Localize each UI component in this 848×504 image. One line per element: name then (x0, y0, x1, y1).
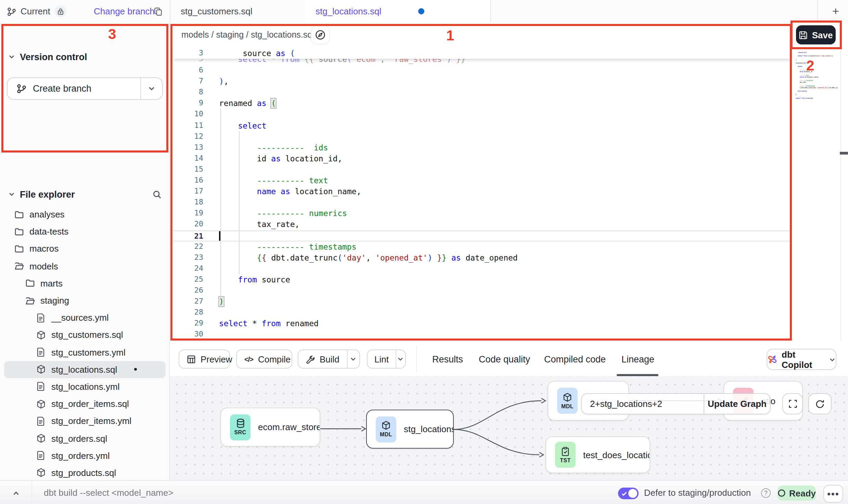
code-line-22[interactable]: 22 ---------- timestamps (173, 241, 792, 252)
file-tree-item-marts[interactable]: marts (0, 275, 170, 292)
file-tree-item-stg_products.sql[interactable]: stg_products.sql (0, 464, 170, 481)
file-name: __sources.yml (51, 313, 109, 323)
code-line-5[interactable]: 5 select * from {{ source('ecom', 'raw_s… (173, 59, 792, 65)
minimap[interactable]: 1with23 source as (45 select * from {{ s… (795, 48, 838, 116)
code-line-18[interactable]: 18 (173, 197, 792, 208)
file-name: stg_orders.yml (51, 450, 110, 461)
code-line-7[interactable]: 7), (173, 76, 792, 87)
compass-icon[interactable] (311, 26, 329, 44)
file-tree-item-macros[interactable]: macros (0, 240, 170, 257)
lineage-node-label: ecom.raw_stores (258, 422, 320, 432)
code-line-25[interactable]: 25 from source (173, 274, 792, 285)
panel-tab-Results[interactable]: Results (432, 349, 463, 369)
more-options-button[interactable]: ••• (823, 485, 843, 503)
file-tree-item-stg_locations.sql[interactable]: stg_locations.sql (4, 361, 166, 378)
chevron-up-icon[interactable] (7, 487, 25, 499)
save-button[interactable]: Save (796, 25, 836, 44)
file-tree-item-models[interactable]: models (0, 257, 170, 275)
code-line-23[interactable]: 23 {{ dbt.date_trunc('day', 'opened_at')… (173, 252, 792, 263)
file-tree-item-stg_customers.yml[interactable]: stg_customers.yml (0, 344, 170, 361)
clipboard-badge-icon: TST (555, 442, 576, 468)
code-line-16[interactable]: 16 ---------- text (173, 175, 792, 186)
panel-tab-Compiled code[interactable]: Compiled code (544, 349, 606, 369)
editor-tab-stg_locations.sql[interactable]: stg_locations.sql (305, 0, 490, 23)
update-graph-button[interactable]: Update Graph (704, 394, 770, 414)
code-line-9[interactable]: 9renamed as ( (173, 98, 792, 109)
top-bar: Current Change branch stg_customers.sqls… (0, 0, 848, 23)
code-line-19[interactable]: 19 ---------- numerics (173, 208, 792, 219)
file-tree-item-stg_orders.sql[interactable]: stg_orders.sql (0, 430, 170, 447)
code-line-21[interactable]: 21 (173, 230, 792, 241)
branch-lock-icon (55, 5, 67, 17)
file-explorer-header[interactable]: File explorer (8, 189, 162, 200)
code-editor: models / staging / stg_locations.sql Sav… (170, 23, 848, 341)
file-icon (36, 382, 46, 392)
file-tree-item-__sources.yml[interactable]: __sources.yml (0, 309, 170, 326)
code-line-10[interactable]: 10 (173, 109, 792, 120)
file-tree-item-stg_customers.sql[interactable]: stg_customers.sql (0, 327, 170, 344)
refresh-button[interactable] (808, 393, 832, 414)
version-control-header[interactable]: Version control (8, 51, 87, 62)
text-cursor (219, 231, 220, 241)
fullscreen-button[interactable] (782, 393, 803, 414)
code-line-6[interactable]: 6 (173, 65, 792, 76)
panel-resize-handle[interactable] (840, 152, 848, 155)
code-line-28[interactable]: 28 (173, 307, 792, 318)
build-button[interactable]: Build (298, 349, 360, 369)
lint-dropdown[interactable] (396, 350, 405, 368)
file-name: stg_customers.sql (51, 330, 123, 340)
dbt-copilot-button[interactable]: dbt Copilot (767, 349, 836, 370)
editor-tab-stg_customers.sql[interactable]: stg_customers.sql (170, 0, 305, 23)
code-line-30[interactable]: 30 (173, 329, 792, 340)
help-icon[interactable]: ? (761, 488, 771, 498)
file-tree-item-stg_order_items.yml[interactable]: stg_order_items.yml (0, 413, 170, 430)
file-tree-item-stg_order_items.sql[interactable]: stg_order_items.sql (0, 395, 170, 412)
compile-button[interactable]: </>Compile (236, 349, 292, 369)
lineage-node-stg_locations[interactable]: MDLstg_locations (366, 410, 454, 449)
lineage-node-test_does_location_opened_at_trunc_t…[interactable]: TSTtest_does_location_opened_at_trunc_t… (545, 436, 650, 473)
build-dropdown[interactable] (347, 350, 359, 368)
breadcrumb: models / staging / stg_locations.sql (181, 30, 314, 40)
code-icon: </> (244, 355, 253, 363)
lint-button[interactable]: Lint (367, 349, 406, 369)
code-line-14[interactable]: 14 id as location_id, (173, 153, 792, 164)
code-line-11[interactable]: 11 select (173, 120, 792, 131)
code-line-24[interactable]: 24 (173, 263, 792, 274)
code-line-8[interactable]: 8 (173, 87, 792, 98)
copy-branch-icon[interactable] (152, 5, 164, 18)
unsaved-dot (418, 8, 424, 14)
code-line-17[interactable]: 17 name as location_name, (173, 186, 792, 197)
file-name: stg_locations.sql (51, 364, 117, 375)
status-ready-badge[interactable]: Ready (778, 486, 816, 501)
panel-tab-Code quality[interactable]: Code quality (479, 349, 530, 369)
create-branch-dropdown[interactable] (140, 78, 162, 99)
new-tab-button[interactable]: + (823, 0, 848, 23)
command-input[interactable]: dbt build --select <model_name> (44, 481, 174, 504)
panel-tab-Lineage[interactable]: Lineage (621, 349, 654, 369)
sticky-code-line-3[interactable]: 3 source as ( (173, 48, 792, 59)
create-branch-button[interactable]: Create branch (7, 77, 163, 100)
code-line-27[interactable]: 27) (173, 296, 792, 307)
lineage-node-ecom.raw_stores[interactable]: SRCecom.raw_stores (220, 408, 320, 447)
code-line-26[interactable]: 26 (173, 285, 792, 296)
defer-toggle[interactable] (618, 488, 639, 499)
change-branch-link[interactable]: Change branch (94, 0, 155, 23)
code-area[interactable]: 3 source as (5 select * from {{ source('… (173, 48, 792, 341)
file-tree-item-analyses[interactable]: analyses (0, 206, 170, 223)
folder-open-icon (14, 261, 24, 271)
code-line-12[interactable]: 12 (173, 131, 792, 142)
file-name: staging (40, 295, 69, 306)
file-tree-item-stg_orders.yml[interactable]: stg_orders.yml (0, 447, 170, 464)
search-icon[interactable] (153, 190, 162, 199)
lineage-node-label: test_does_location_opened_at_trunc_t… (583, 450, 650, 460)
code-line-13[interactable]: 13 ---------- ids (173, 142, 792, 153)
file-tree-item-staging[interactable]: staging (0, 292, 170, 309)
lineage-selector-input[interactable]: 2+stg_locations+2 (582, 394, 704, 414)
file-tree-item-stg_locations.yml[interactable]: stg_locations.yml (0, 378, 170, 395)
lineage-graph[interactable]: SRCecom.raw_storesMDLstg_locationsMDLloc… (170, 376, 848, 480)
file-tree-item-data-tests[interactable]: data-tests (0, 223, 170, 240)
preview-button[interactable]: Preview (179, 349, 230, 369)
code-line-20[interactable]: 20 tax_rate, (173, 219, 792, 230)
code-line-29[interactable]: 29select * from renamed (173, 318, 792, 329)
code-line-15[interactable]: 15 (173, 164, 792, 175)
